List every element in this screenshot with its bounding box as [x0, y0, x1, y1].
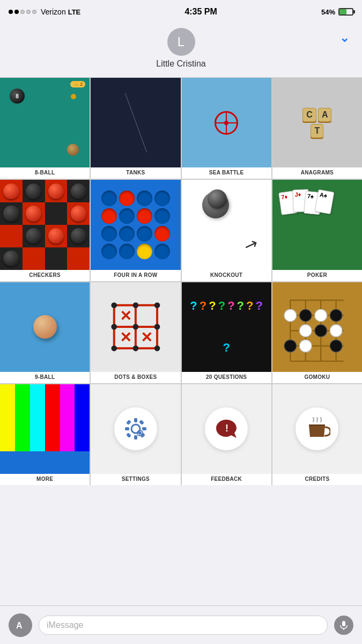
game-item-tanks[interactable]: TANKS — [91, 78, 180, 179]
game-item-knockout[interactable]: ↗ KNOCKOUT — [182, 180, 271, 281]
game-item-9ball[interactable]: 9-BALL — [0, 282, 90, 383]
thumbnail-credits — [272, 384, 362, 474]
thumbnail-8ball: 8 👑 2 — [0, 78, 90, 167]
anagram-row2: T — [311, 124, 323, 138]
game-label-dotsboxes: DOTS & BOXES — [113, 372, 158, 383]
game-label-checkers: CHECKERS — [28, 270, 62, 281]
game-label-gomoku: GOMOKU — [303, 372, 331, 383]
credits-icon-circle — [295, 407, 338, 450]
game-item-feedback[interactable]: ! FEEDBACK — [182, 384, 271, 485]
chevron-down-icon[interactable]: ⌄ — [339, 31, 349, 45]
svg-rect-50 — [139, 420, 144, 425]
dot4 — [26, 10, 31, 14]
svg-point-41 — [330, 325, 343, 337]
cc7 — [45, 202, 68, 225]
brown-ball — [67, 144, 79, 156]
knockout-arrow: ↗ — [242, 233, 261, 255]
slot10 — [119, 226, 135, 241]
game-item-credits[interactable]: CREDITS — [272, 384, 362, 485]
avatar: L — [167, 28, 195, 56]
thumbnail-9ball — [0, 282, 90, 372]
qmark1: ? — [190, 300, 197, 312]
game-item-anagrams[interactable]: C A T ANAGRAMS — [272, 78, 362, 179]
gold-ball — [71, 94, 76, 99]
game-item-gomoku[interactable]: GOMOKU — [272, 282, 362, 383]
qmark3: ? — [209, 300, 216, 312]
svg-point-39 — [315, 309, 327, 321]
8ball-piece: 8 — [10, 89, 25, 104]
thumbnail-more — [0, 384, 90, 474]
thumbnail-feedback: ! — [182, 384, 271, 474]
cc15 — [45, 247, 68, 270]
microphone-button[interactable] — [334, 616, 353, 635]
slot12 — [154, 226, 170, 241]
svg-point-36 — [284, 340, 297, 352]
imessage-input[interactable]: iMessage — [39, 616, 328, 635]
crown-badge: 👑 2 — [70, 81, 86, 87]
9ball-piece — [33, 315, 57, 339]
target-icon — [215, 111, 238, 135]
game-item-20questions[interactable]: ? ? ? ? ? ? ? ? ? 20 QUESTIONS — [182, 282, 271, 383]
bar-green — [15, 384, 30, 451]
thumbnail-knockout: ↗ — [182, 180, 271, 269]
ko-ball-small — [208, 189, 227, 209]
game-label-9ball: 9-BALL — [34, 372, 56, 383]
game-item-fourinarow[interactable]: FOUR IN A ROW — [91, 180, 180, 281]
feedback-icon-circle: ! — [205, 407, 248, 450]
svg-rect-51 — [126, 433, 131, 438]
game-item-dotsboxes[interactable]: ✕ ✕ ✕ DOTS & BOXES — [91, 282, 180, 383]
cc10 — [23, 225, 45, 247]
bar-magenta — [60, 384, 75, 451]
status-right: 54% — [321, 8, 353, 16]
cc13 — [0, 247, 23, 270]
dotsboxes-svg: ✕ ✕ ✕ — [100, 291, 172, 363]
color-bars — [0, 384, 90, 451]
svg-text:✕: ✕ — [141, 330, 153, 346]
slot6 — [119, 208, 135, 224]
tile-t: T — [311, 124, 323, 138]
svg-point-18 — [111, 324, 117, 330]
game-item-poker[interactable]: 7♦ J♦ 7♠ A♠ POKER — [272, 180, 362, 281]
app-store-button[interactable]: A — [9, 613, 32, 637]
svg-point-19 — [133, 324, 139, 330]
signal-dots — [9, 10, 36, 14]
svg-rect-45 — [134, 435, 137, 440]
thumbnail-dotsboxes: ✕ ✕ ✕ — [91, 282, 180, 372]
status-bar: Verizon LTE 4:35 PM 54% — [0, 0, 362, 24]
thumbnail-seabattle — [182, 78, 271, 167]
game-label-fourinarow: FOUR IN A ROW — [113, 270, 158, 281]
cc2 — [23, 180, 45, 202]
user-name: Little Cristina — [156, 59, 205, 69]
cc9 — [0, 225, 23, 247]
settings-icon-circle — [114, 407, 157, 450]
game-item-settings[interactable]: SETTINGS — [91, 384, 180, 485]
tile-a: A — [318, 108, 332, 122]
thumbnail-checkers — [0, 180, 90, 269]
svg-point-21 — [111, 346, 117, 352]
connect4-grid — [101, 191, 171, 260]
slot9 — [101, 226, 117, 241]
game-label-feedback: FEEDBACK — [210, 474, 243, 485]
cc14 — [23, 247, 45, 270]
svg-rect-44 — [134, 418, 137, 422]
slot1 — [101, 191, 117, 206]
game-item-checkers[interactable]: CHECKERS — [0, 180, 90, 281]
status-time: 4:35 PM — [184, 7, 217, 17]
thumbnail-20questions: ? ? ? ? ? ? ? ? ? — [182, 282, 271, 372]
anagram-row1: C A — [302, 108, 331, 122]
tile-c: C — [302, 108, 316, 122]
gomoku-svg — [279, 289, 355, 365]
poker-card4: A♠ — [314, 189, 334, 215]
svg-point-34 — [315, 325, 327, 337]
gear-icon — [122, 415, 149, 442]
cc12 — [67, 225, 90, 247]
game-label-more: MORE — [35, 474, 54, 485]
status-left: Verizon LTE — [9, 8, 80, 16]
game-item-more[interactable]: MORE — [0, 384, 90, 485]
game-item-seabattle[interactable]: SEA BATTLE — [182, 78, 271, 179]
dot5 — [32, 10, 36, 14]
thumbnail-settings — [91, 384, 180, 474]
game-item-8ball[interactable]: 8 👑 2 8-BALL — [0, 78, 90, 179]
battery-percent: 54% — [321, 8, 335, 16]
thumbnail-poker: 7♦ J♦ 7♠ A♠ — [272, 180, 362, 269]
